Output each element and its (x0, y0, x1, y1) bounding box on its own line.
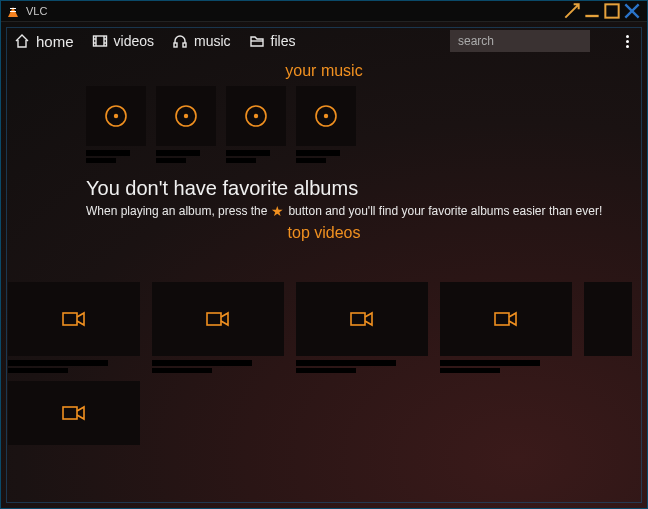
video-row (8, 381, 640, 445)
album-item[interactable] (226, 86, 286, 163)
nav-videos[interactable]: videos (92, 33, 154, 49)
disc-icon (226, 86, 286, 146)
svg-point-19 (324, 114, 328, 118)
nav-home[interactable]: home (14, 33, 74, 50)
camera-icon (296, 282, 428, 356)
nav-music-label: music (194, 33, 231, 49)
camera-icon (440, 282, 572, 356)
video-title-placeholder (440, 360, 540, 366)
album-sub-placeholder (156, 158, 186, 163)
svg-rect-20 (63, 313, 77, 325)
navbar: home videos music files (0, 22, 648, 60)
album-item[interactable] (156, 86, 216, 163)
music-row (86, 86, 640, 163)
video-title-placeholder (296, 360, 396, 366)
svg-rect-1 (605, 4, 618, 17)
svg-rect-24 (63, 407, 77, 419)
video-item[interactable] (152, 282, 284, 373)
svg-rect-23 (495, 313, 509, 325)
content-area: your music (8, 60, 640, 501)
section-your-music: your music (8, 62, 640, 80)
video-title-placeholder (8, 360, 108, 366)
album-title-placeholder (296, 150, 340, 156)
nav-files[interactable]: files (249, 33, 296, 49)
album-sub-placeholder (226, 158, 256, 163)
video-item[interactable] (584, 282, 632, 373)
folder-icon (249, 33, 265, 49)
headphones-icon (172, 33, 188, 49)
svg-rect-22 (351, 313, 365, 325)
camera-icon (8, 282, 140, 356)
nav-files-label: files (271, 33, 296, 49)
nav-videos-label: videos (114, 33, 154, 49)
camera-icon (152, 282, 284, 356)
album-sub-placeholder (296, 158, 326, 163)
video-item[interactable] (8, 282, 140, 373)
fav-sub-before: When playing an album, press the (86, 204, 267, 218)
video-item[interactable] (8, 381, 140, 445)
minimize-button[interactable] (582, 3, 602, 19)
film-icon (92, 33, 108, 49)
restore-diag-icon[interactable] (562, 3, 582, 19)
video-title-placeholder (152, 360, 252, 366)
vlc-cone-icon (6, 4, 20, 18)
svg-point-17 (254, 114, 258, 118)
disc-icon (86, 86, 146, 146)
video-sub-placeholder (8, 368, 68, 373)
svg-rect-9 (174, 43, 177, 47)
video-sub-placeholder (440, 368, 500, 373)
camera-icon (584, 282, 632, 356)
svg-point-15 (184, 114, 188, 118)
album-title-placeholder (226, 150, 270, 156)
album-title-placeholder (156, 150, 200, 156)
nav-home-label: home (36, 33, 74, 50)
album-sub-placeholder (86, 158, 116, 163)
video-sub-placeholder (296, 368, 356, 373)
section-top-videos: top videos (8, 224, 640, 242)
favorites-empty-heading: You don't have favorite albums (86, 177, 640, 200)
overflow-menu-button[interactable] (620, 35, 634, 48)
window-title: VLC (26, 5, 47, 17)
close-button[interactable] (622, 3, 642, 19)
svg-point-13 (114, 114, 118, 118)
fav-sub-after: button and you'll find your favorite alb… (288, 204, 602, 218)
video-item[interactable] (296, 282, 428, 373)
svg-rect-21 (207, 313, 221, 325)
titlebar: VLC (0, 0, 648, 22)
disc-icon (156, 86, 216, 146)
disc-icon (296, 86, 356, 146)
video-row (8, 282, 640, 373)
video-item[interactable] (440, 282, 572, 373)
maximize-button[interactable] (602, 3, 622, 19)
home-icon (14, 33, 30, 49)
album-item[interactable] (296, 86, 356, 163)
star-icon: ★ (271, 204, 284, 218)
album-title-placeholder (86, 150, 130, 156)
nav-music[interactable]: music (172, 33, 231, 49)
camera-icon (8, 381, 140, 445)
album-item[interactable] (86, 86, 146, 163)
video-sub-placeholder (152, 368, 212, 373)
search-input[interactable] (450, 30, 590, 52)
svg-rect-10 (183, 43, 186, 47)
favorites-empty-sub: When playing an album, press the ★ butto… (86, 204, 640, 218)
